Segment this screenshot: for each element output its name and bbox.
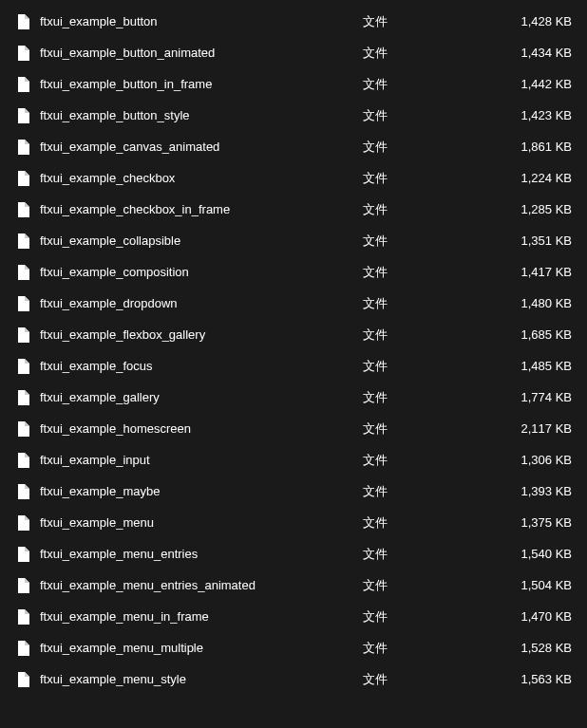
file-row[interactable]: ftxui_example_menu_entries文件1,540 KB: [0, 538, 587, 569]
file-name: ftxui_example_dropdown: [40, 296, 353, 310]
file-name: ftxui_example_checkbox_in_frame: [40, 202, 353, 216]
file-row[interactable]: ftxui_example_collapsible文件1,351 KB: [0, 225, 587, 256]
file-row[interactable]: ftxui_example_homescreen文件2,117 KB: [0, 413, 587, 444]
file-icon: [15, 672, 30, 687]
file-type: 文件: [353, 264, 486, 281]
file-size: 1,428 KB: [486, 14, 572, 28]
file-name: ftxui_example_menu: [40, 515, 353, 530]
file-icon: [15, 171, 30, 186]
file-size: 1,774 KB: [486, 390, 572, 404]
file-row[interactable]: ftxui_example_button_style文件1,423 KB: [0, 100, 587, 131]
file-size: 1,540 KB: [486, 547, 572, 561]
file-icon: [15, 390, 30, 405]
file-name: ftxui_example_maybe: [40, 484, 353, 498]
file-row[interactable]: ftxui_example_input文件1,306 KB: [0, 444, 587, 476]
file-type: 文件: [353, 233, 486, 250]
file-type: 文件: [353, 577, 486, 594]
file-type: 文件: [353, 483, 486, 500]
file-type: 文件: [353, 514, 486, 532]
file-size: 1,306 KB: [486, 453, 572, 467]
file-name: ftxui_example_focus: [40, 359, 353, 373]
file-type: 文件: [353, 76, 486, 93]
file-name: ftxui_example_flexbox_gallery: [40, 327, 353, 342]
file-row[interactable]: ftxui_example_menu_entries_animated文件1,5…: [0, 569, 587, 601]
file-icon: [15, 453, 30, 468]
file-icon: [15, 515, 30, 531]
file-icon: [15, 578, 30, 593]
file-row[interactable]: ftxui_example_button_animated文件1,434 KB: [0, 37, 587, 68]
file-name: ftxui_example_button_in_frame: [40, 77, 353, 91]
file-row[interactable]: ftxui_example_canvas_animated文件1,861 KB: [0, 131, 587, 162]
file-type: 文件: [353, 201, 486, 218]
file-name: ftxui_example_collapsible: [40, 233, 353, 248]
file-size: 1,417 KB: [486, 265, 572, 279]
file-name: ftxui_example_homescreen: [40, 421, 353, 436]
file-list: ftxui_example_button文件1,428 KBftxui_exam…: [0, 0, 587, 728]
file-row[interactable]: ftxui_example_flexbox_gallery文件1,685 KB: [0, 319, 587, 350]
file-name: ftxui_example_button: [40, 14, 353, 28]
file-size: 1,685 KB: [486, 327, 572, 342]
file-size: 1,434 KB: [486, 46, 572, 60]
file-size: 1,485 KB: [486, 359, 572, 373]
file-icon: [15, 296, 30, 311]
file-icon: [15, 265, 30, 280]
file-row[interactable]: ftxui_example_button_in_frame文件1,442 KB: [0, 68, 587, 100]
file-icon: [15, 484, 30, 499]
file-row[interactable]: ftxui_example_menu_style文件1,563 KB: [0, 663, 587, 695]
file-size: 1,504 KB: [486, 578, 572, 592]
file-icon: [15, 609, 30, 625]
file-row[interactable]: ftxui_example_checkbox_in_frame文件1,285 K…: [0, 194, 587, 225]
file-name: ftxui_example_menu_style: [40, 672, 353, 686]
file-type: 文件: [353, 295, 486, 312]
file-type: 文件: [353, 13, 486, 30]
file-name: ftxui_example_gallery: [40, 390, 353, 404]
file-size: 1,528 KB: [486, 641, 572, 655]
file-icon: [15, 202, 30, 217]
file-icon: [15, 77, 30, 92]
file-row[interactable]: ftxui_example_menu_multiple文件1,528 KB: [0, 632, 587, 663]
file-row[interactable]: ftxui_example_menu文件1,375 KB: [0, 507, 587, 538]
file-icon: [15, 233, 30, 249]
file-row[interactable]: ftxui_example_maybe文件1,393 KB: [0, 476, 587, 507]
file-icon: [15, 641, 30, 656]
file-row[interactable]: ftxui_example_gallery文件1,774 KB: [0, 382, 587, 413]
file-type: 文件: [353, 671, 486, 688]
file-size: 1,563 KB: [486, 672, 572, 686]
file-type: 文件: [353, 640, 486, 657]
file-size: 1,351 KB: [486, 233, 572, 248]
file-name: ftxui_example_menu_multiple: [40, 641, 353, 655]
file-icon: [15, 421, 30, 437]
file-row[interactable]: ftxui_example_checkbox文件1,224 KB: [0, 162, 587, 194]
file-icon: [15, 108, 30, 123]
file-type: 文件: [353, 358, 486, 375]
file-size: 2,117 KB: [486, 421, 572, 436]
file-size: 1,442 KB: [486, 77, 572, 91]
file-row[interactable]: ftxui_example_focus文件1,485 KB: [0, 350, 587, 382]
file-name: ftxui_example_button_style: [40, 108, 353, 122]
file-name: ftxui_example_menu_entries_animated: [40, 578, 353, 592]
file-type: 文件: [353, 420, 486, 438]
file-name: ftxui_example_button_animated: [40, 46, 353, 60]
file-type: 文件: [353, 45, 486, 62]
file-type: 文件: [353, 107, 486, 124]
file-icon: [15, 14, 30, 29]
file-row[interactable]: ftxui_example_menu_in_frame文件1,470 KB: [0, 601, 587, 632]
file-icon: [15, 547, 30, 562]
file-row[interactable]: ftxui_example_dropdown文件1,480 KB: [0, 288, 587, 319]
file-type: 文件: [353, 389, 486, 406]
file-type: 文件: [353, 546, 486, 563]
file-type: 文件: [353, 139, 486, 156]
file-name: ftxui_example_input: [40, 453, 353, 467]
file-row[interactable]: ftxui_example_composition文件1,417 KB: [0, 256, 587, 288]
file-size: 1,224 KB: [486, 171, 572, 185]
file-size: 1,480 KB: [486, 296, 572, 310]
file-name: ftxui_example_composition: [40, 265, 353, 279]
file-icon: [15, 140, 30, 155]
file-name: ftxui_example_menu_entries: [40, 547, 353, 561]
file-icon: [15, 327, 30, 343]
file-icon: [15, 46, 30, 61]
file-size: 1,861 KB: [486, 140, 572, 154]
file-size: 1,285 KB: [486, 202, 572, 216]
file-type: 文件: [353, 452, 486, 469]
file-row[interactable]: ftxui_example_button文件1,428 KB: [0, 6, 587, 37]
